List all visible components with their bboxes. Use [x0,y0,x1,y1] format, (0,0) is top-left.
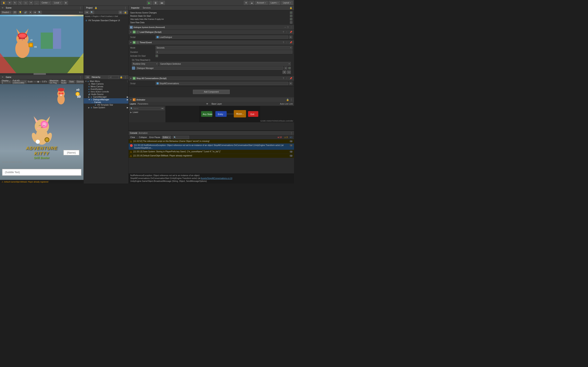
hier-item-menu[interactable]: ▶ [127,96,129,98]
cloud-btn[interactable]: ☁ [249,1,254,5]
hier-add-btn[interactable]: +▾ [85,75,90,79]
maximize-on-play-btn[interactable]: Maximize On Play [49,80,59,83]
stats-btn[interactable]: Stats [68,80,75,83]
effects-btn[interactable]: ✦ [29,11,32,14]
menu-btn[interactable]: ▾ [162,108,163,109]
grid-btn[interactable]: ⊞ [63,1,68,5]
project-tab[interactable]: Project [85,6,93,9]
eye-btn[interactable]: 👁 [206,103,208,105]
search-btn[interactable]: 🔍 [37,11,42,14]
list-item[interactable]: 🗎 VN Template Standard Dialogue UI [84,19,129,22]
prop-picker-btn[interactable]: ⊙ [289,82,292,85]
tool-transform[interactable]: ✦ [29,1,33,5]
project-search-btn[interactable]: 🔍 [90,11,94,14]
play-button[interactable]: ▶ [147,1,152,5]
list-item[interactable]: ▶ ⊕ GameManager ▶ [84,96,129,98]
project-lock-btn[interactable]: 🔒 [123,11,128,14]
project-add-btn[interactable]: +▾ [85,11,89,14]
layers-dropdown[interactable]: Layers ▾ [269,1,280,5]
add-component-button[interactable]: Add Component [193,90,230,94]
list-item[interactable]: ▼ ⊕ Main Menu ⋮ [84,80,129,83]
mode-dropdown[interactable]: Seconds ▾ [156,46,292,50]
event-obj-field[interactable]: Dialogue Manager [136,67,283,70]
add-state-btn[interactable]: + [161,108,162,109]
comp-settings-btn[interactable]: ⋮ [285,31,288,33]
scene-tab[interactable]: Scene [5,6,12,9]
event-remove-btn[interactable]: − [287,71,291,74]
runtime-dropdown[interactable]: Runtime Only ▾ [132,62,158,66]
comp-settings-btn[interactable]: ⋮ [285,77,288,80]
obj-picker-btn[interactable]: ⊙ [284,67,287,70]
console-dots[interactable]: ⋮ [290,132,293,135]
services-tab[interactable]: Services [142,6,151,9]
event-add-btn[interactable]: + [283,71,286,74]
pivot-dropdown[interactable]: Center ▾ [40,1,52,5]
prop-object-field[interactable]: LoadDialogue [156,35,288,39]
tool-rect[interactable]: ▭ [23,1,28,5]
collab-btn[interactable]: ⚙ [244,1,249,5]
pause-button[interactable]: ⏸ [153,1,158,5]
comp-pin-btn[interactable]: 📌 [289,41,293,44]
timed-event-enable-checkbox[interactable] [136,41,139,44]
game-dots[interactable]: ⋮ [79,76,82,79]
comp-help-btn[interactable]: ? [282,77,285,80]
animator-dots[interactable]: ⋮ [290,98,293,101]
add-scene-btn[interactable]: +▾ [33,11,36,14]
anim-search-field[interactable]: 🔍 Name + ▾ [130,107,164,110]
list-item[interactable]: 🔊 Audio Source [84,93,129,96]
tool-scale[interactable]: ⤡ [18,1,22,5]
stop-conversations-header[interactable]: ▼ C# Stop All Conversations (Script) ? ⋮… [129,76,294,81]
list-item[interactable]: ⊕ VN Template Star [84,104,129,106]
layout-dropdown[interactable]: Layout ▾ [281,1,293,5]
list-item[interactable]: 🎥 Main Camera [84,83,129,85]
obj-active-checkbox[interactable] [288,67,291,69]
list-item[interactable]: ▭ Canvas [84,101,129,104]
animator-graph[interactable]: Any State Entry Music... Exit [165,106,294,122]
auto-live-link[interactable]: Auto Live Link [280,103,293,105]
list-item[interactable]: ⊕ Menu Button Controlle [84,91,129,93]
console-link[interactable]: Assets/StopAllConversations.cs:10 [201,177,232,179]
hierarchy-search[interactable] [108,76,119,79]
hierarchy-tab[interactable]: Hierarchy [91,76,101,79]
comp-settings-btn[interactable]: ⋮ [290,26,293,29]
restore-state-checkbox[interactable] [290,15,292,17]
2d-btn[interactable]: 2D [12,11,17,14]
animator-state-row[interactable]: ▶ Lower [130,111,164,114]
duration-input[interactable] [156,50,292,54]
console-search[interactable]: 🔍 [173,136,189,139]
console-tab[interactable]: Console [130,132,138,134]
hier-item-menu[interactable]: ▶ [127,99,129,101]
game-tab[interactable]: Game [5,76,12,79]
list-item[interactable]: ⊕ Menu Canvas [84,85,129,88]
clear-button[interactable]: Clear [130,136,136,139]
console-message[interactable]: ⚠ [11:33:13] Save System: Storing in Pla… [129,150,294,154]
collapse-button[interactable]: Collapse [138,136,148,139]
save-across-checkbox[interactable] [290,11,292,14]
hier-item-menu[interactable]: ▶ [127,106,129,109]
sound-btn[interactable]: 🔊 [23,11,28,14]
comp-help-btn[interactable]: ? [287,26,289,29]
transform-mode-dropdown[interactable]: Local ▾ [52,1,63,5]
account-dropdown[interactable]: Account ▾ [255,1,268,5]
prop-picker-btn[interactable]: ⊙ [289,35,292,39]
tool-hand[interactable]: ✋ [1,1,7,5]
console-message[interactable]: ⚠ [11:33:14] Default GameObjet BitMask: … [129,154,294,158]
list-item[interactable]: ⊕ EventSystem [84,88,129,91]
tool-rotate[interactable]: ↻ [13,1,17,5]
resolution-dropdown[interactable]: Full HD (1920x1080) ▾ [12,80,27,83]
list-item[interactable]: ▶ ⊕ Save System ▶ [84,106,129,109]
console-message[interactable]: 🔴 [11:33:10] NullReferenceException: Obj… [129,143,294,150]
comp-pin-btn[interactable]: 📌 [289,31,293,33]
comp-help-btn[interactable]: ? [282,31,285,33]
component-enable-checkbox[interactable] [136,31,139,33]
tool-extra[interactable]: … [34,1,39,5]
comp-pin-btn[interactable]: 📌 [289,77,293,80]
component-header[interactable]: ▼ C# Load Dialogue (Script) ? ⋮ 📌 [129,30,294,34]
shading-dropdown[interactable]: Shaded ▾ [1,11,12,14]
hier-dots[interactable]: ⋮ [124,76,127,79]
parameters-tab[interactable]: Parameters [138,103,148,105]
save-raw-checkbox[interactable] [290,21,292,24]
inspector-tab[interactable]: Inspector [130,6,140,9]
activate-on-start-checkbox[interactable] [156,55,158,57]
tool-move[interactable]: ✛ [7,1,12,5]
